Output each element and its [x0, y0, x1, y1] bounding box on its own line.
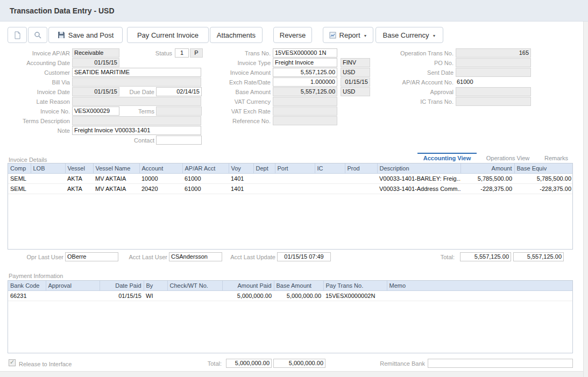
cell-vessel-name: MV AKTAIA	[93, 173, 139, 183]
col-approval: Approval	[46, 281, 100, 290]
accounting-date-label: Accounting Date	[5, 59, 70, 67]
remittance-bank-label: Remittance Bank	[377, 359, 425, 368]
invoice-total-amount-field: 5,557,125.00	[460, 252, 511, 261]
cell-prod	[345, 183, 377, 194]
tab-accounting-view[interactable]: Accounting View	[417, 153, 477, 162]
trans-no-label: Trans No.	[206, 49, 271, 58]
save-and-post-button[interactable]: Save and Post	[48, 27, 123, 43]
reverse-button[interactable]: Reverse	[273, 27, 312, 43]
payment-total-paid-field: 5,000,000.00	[226, 359, 272, 368]
cell-comp: SEML	[8, 183, 31, 194]
invoice-details-header-row: Comp LOB Vessel Vessel Name Account AP/A…	[8, 163, 573, 173]
terms-label: Terms	[122, 107, 154, 116]
exch-rate-field[interactable]: 1.000000	[273, 77, 337, 87]
customer-label: Customer	[5, 68, 70, 77]
operation-trans-no-field: 165	[456, 48, 531, 58]
cell-by: WI	[144, 290, 167, 301]
contact-label: Contact	[111, 136, 154, 145]
tab-remarks[interactable]: Remarks	[541, 153, 571, 162]
acct-last-update-field: 01/15/15 07:49	[277, 252, 331, 261]
terms-description-label: Terms Description	[5, 117, 70, 125]
due-date-field[interactable]: 02/14/15	[156, 87, 202, 96]
release-to-interface-label: Release to Interface	[19, 360, 72, 368]
trans-no-field[interactable]: 15VESX000000 1N	[273, 48, 337, 58]
save-and-post-label: Save and Post	[68, 31, 114, 39]
vertical-scrollbar[interactable]	[583, 22, 588, 377]
col-pay-trans-no: Pay Trans No.	[323, 281, 387, 290]
late-reason-label: Late Reason	[5, 97, 70, 106]
cell-comp: SEML	[8, 173, 31, 183]
invoice-no-field[interactable]: VESX000029	[72, 106, 119, 116]
invoice-detail-row[interactable]: SEML AKTA MV AKTAIA 20420 61000 1401 V00…	[8, 183, 573, 194]
cell-approval	[46, 290, 100, 301]
col-date-paid: Date Paid	[100, 281, 144, 290]
apar-account-no-label: AP/AR Account No.	[377, 78, 454, 87]
status-label: Status	[134, 49, 172, 58]
cell-lob	[31, 183, 65, 194]
attachments-button[interactable]: Attachments	[210, 27, 263, 43]
po-no-field	[456, 58, 531, 67]
save-icon	[58, 31, 65, 39]
exch-rate-date-label: Exch Rate/Date	[206, 78, 271, 87]
cell-description: V00033-1401-BARLEY: Freig...	[377, 173, 461, 183]
new-button[interactable]	[8, 27, 27, 43]
reference-no-label: Reference No.	[206, 117, 271, 125]
cell-base-amount: 5,000,000.00	[274, 290, 323, 301]
base-currency-button[interactable]: Base Currency ▼	[376, 27, 443, 43]
invoice-amount-field[interactable]: 5,557,125.00	[273, 68, 337, 77]
invoice-no-label: Invoice No.	[5, 107, 70, 116]
sent-date-label: Sent Date	[377, 68, 454, 77]
cell-voy: 1401	[229, 173, 253, 183]
base-currency-field: USD	[341, 87, 370, 96]
cell-base-equiv: -228,375.00	[514, 183, 573, 194]
col-check-wt-no: Check/WT No.	[167, 281, 222, 290]
cell-description: V00033-1401-Address Comm...	[377, 183, 461, 194]
remittance-bank-field[interactable]	[428, 359, 573, 368]
vat-exch-rate-label: VAT Exch Rate	[206, 107, 271, 116]
payment-total-label: Total:	[195, 359, 222, 368]
search-button[interactable]	[28, 27, 47, 43]
payment-row[interactable]: 66231 01/15/15 WI 5,000,000.00 5,000,000…	[8, 290, 573, 301]
reference-no-field	[273, 116, 337, 125]
invoice-date-field: 01/15/15	[72, 87, 119, 96]
tab-operations-view[interactable]: Operations View	[483, 153, 533, 162]
payment-info-table: Bank Code Approval Date Paid By Check/WT…	[8, 281, 573, 301]
release-to-interface-checkbox[interactable]: ✓	[9, 359, 16, 366]
search-icon	[34, 31, 41, 39]
late-reason-field	[72, 97, 201, 106]
vat-currency-field	[273, 97, 337, 106]
invoice-detail-row[interactable]: SEML AKTA MV AKTAIA 10000 61000 1401 V00…	[8, 173, 573, 183]
invoice-type-field[interactable]: Freight Invoice	[273, 58, 337, 67]
acct-last-user-field: CSAndersson	[169, 252, 222, 261]
accounting-date-field: 01/15/15	[72, 58, 119, 67]
cell-voy: 1401	[229, 183, 253, 194]
pay-current-invoice-label: Pay Current Invoice	[137, 31, 199, 39]
contact-field[interactable]	[156, 136, 202, 145]
cell-base-equiv: 5,785,500.00	[514, 173, 573, 183]
report-button[interactable]: Report ▼	[323, 27, 373, 43]
invoice-currency-field: USD	[341, 68, 370, 77]
invoice-apar-field: Receivable	[72, 48, 119, 58]
col-bank-code: Bank Code	[8, 281, 46, 290]
cell-port	[275, 173, 315, 183]
window-title: Transaction Data Entry - USD	[10, 6, 115, 15]
col-dept: Dept	[253, 163, 275, 173]
cell-amount: 5,785,500.00	[461, 173, 514, 183]
apar-account-no-field[interactable]: 61000	[455, 77, 503, 87]
customer-field[interactable]: SEATIDE MARITIME	[72, 68, 201, 77]
pay-current-invoice-button[interactable]: Pay Current Invoice	[127, 27, 209, 43]
attachments-label: Attachments	[217, 31, 256, 39]
new-document-icon	[13, 31, 21, 39]
cell-ic	[315, 173, 345, 183]
invoice-type-code-field: FINV	[341, 58, 370, 67]
col-prod: Prod	[345, 163, 377, 173]
cell-account: 10000	[139, 173, 182, 183]
status-field-1[interactable]: 1	[175, 48, 189, 58]
reverse-label: Reverse	[280, 31, 306, 39]
payment-info-section-label: Payment Information	[9, 273, 63, 279]
col-base-equiv: Base Equiv	[514, 163, 573, 173]
transaction-data-entry-window: Transaction Data Entry - USD Save and Po…	[0, 0, 588, 377]
cell-prod	[345, 173, 377, 183]
cell-vessel: AKTA	[65, 173, 93, 183]
note-field[interactable]: Freight Invoice V00033-1401	[72, 126, 201, 135]
